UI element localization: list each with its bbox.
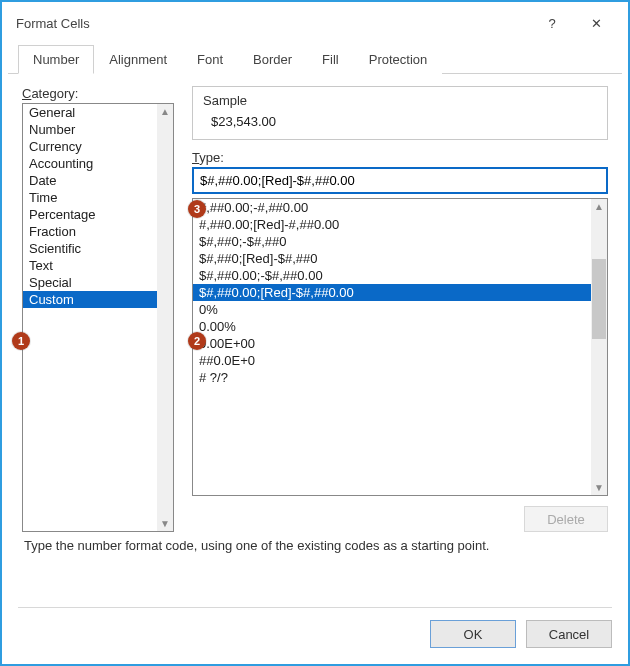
dialog-title: Format Cells <box>16 16 530 31</box>
dialog-footer: OK Cancel <box>18 607 612 648</box>
delete-button[interactable]: Delete <box>524 506 608 532</box>
tab-border[interactable]: Border <box>238 45 307 74</box>
help-button[interactable]: ? <box>530 8 574 38</box>
tab-alignment[interactable]: Alignment <box>94 45 182 74</box>
delete-row: Delete <box>192 506 608 532</box>
category-item-date[interactable]: Date <box>23 172 157 189</box>
type-option[interactable]: $#,##0;-$#,##0 <box>193 233 591 250</box>
type-option[interactable]: $#,##0.00;-$#,##0.00 <box>193 267 591 284</box>
tab-number[interactable]: Number <box>18 45 94 74</box>
category-item-time[interactable]: Time <box>23 189 157 206</box>
type-option-selected[interactable]: $#,##0.00;[Red]-$#,##0.00 <box>193 284 591 301</box>
scroll-down-icon: ▼ <box>594 482 604 493</box>
type-option[interactable]: ##0.0E+0 <box>193 352 591 369</box>
scroll-thumb[interactable] <box>592 259 606 339</box>
titlebar: Format Cells ? ✕ <box>8 8 622 38</box>
category-item-percentage[interactable]: Percentage <box>23 206 157 223</box>
scroll-up-icon: ▲ <box>594 201 604 212</box>
dialog-body: Category: General Number Currency Accoun… <box>8 74 622 532</box>
callout-2: 2 <box>188 332 206 350</box>
type-scrollbar[interactable]: ▲ ▼ <box>591 199 607 495</box>
type-option[interactable]: # ?/? <box>193 369 591 386</box>
type-option[interactable]: 0.00E+00 <box>193 335 591 352</box>
type-option[interactable]: #,##0.00;[Red]-#,##0.00 <box>193 216 591 233</box>
category-item-special[interactable]: Special <box>23 274 157 291</box>
callout-1: 1 <box>12 332 30 350</box>
callout-3: 3 <box>188 200 206 218</box>
type-option[interactable]: $#,##0;[Red]-$#,##0 <box>193 250 591 267</box>
type-option[interactable]: 0% <box>193 301 591 318</box>
sample-box: Sample $23,543.00 <box>192 86 608 140</box>
category-listbox[interactable]: General Number Currency Accounting Date … <box>22 103 174 532</box>
hint-text: Type the number format code, using one o… <box>8 532 622 553</box>
type-list-inner: #,##0.00;-#,##0.00 #,##0.00;[Red]-#,##0.… <box>193 199 591 495</box>
help-icon: ? <box>548 16 555 31</box>
category-item-fraction[interactable]: Fraction <box>23 223 157 240</box>
cancel-button[interactable]: Cancel <box>526 620 612 648</box>
sample-value: $23,543.00 <box>203 114 597 129</box>
type-input[interactable] <box>192 167 608 194</box>
category-column: Category: General Number Currency Accoun… <box>22 86 174 532</box>
sample-label: Sample <box>203 93 597 108</box>
category-label: Category: <box>22 86 174 101</box>
type-listbox[interactable]: #,##0.00;-#,##0.00 #,##0.00;[Red]-#,##0.… <box>192 198 608 496</box>
tab-fill[interactable]: Fill <box>307 45 354 74</box>
category-item-currency[interactable]: Currency <box>23 138 157 155</box>
type-option[interactable]: #,##0.00;-#,##0.00 <box>193 199 591 216</box>
ok-button[interactable]: OK <box>430 620 516 648</box>
category-item-custom[interactable]: Custom <box>23 291 157 308</box>
tab-strip: Number Alignment Font Border Fill Protec… <box>8 44 622 74</box>
format-cells-dialog: Format Cells ? ✕ Number Alignment Font B… <box>8 8 622 658</box>
scroll-up-icon: ▲ <box>160 106 170 117</box>
tab-font[interactable]: Font <box>182 45 238 74</box>
category-item-accounting[interactable]: Accounting <box>23 155 157 172</box>
close-button[interactable]: ✕ <box>574 8 618 38</box>
type-label: Type: <box>192 150 608 165</box>
category-item-number[interactable]: Number <box>23 121 157 138</box>
category-item-scientific[interactable]: Scientific <box>23 240 157 257</box>
category-list-inner: General Number Currency Accounting Date … <box>23 104 157 531</box>
close-icon: ✕ <box>591 16 602 31</box>
outer-border: Format Cells ? ✕ Number Alignment Font B… <box>0 0 630 666</box>
type-option[interactable]: 0.00% <box>193 318 591 335</box>
category-item-text[interactable]: Text <box>23 257 157 274</box>
category-item-general[interactable]: General <box>23 104 157 121</box>
details-column: Sample $23,543.00 Type: #,##0.00;-#,##0.… <box>192 86 608 532</box>
category-scrollbar[interactable]: ▲ ▼ <box>157 104 173 531</box>
scroll-down-icon: ▼ <box>160 518 170 529</box>
tab-protection[interactable]: Protection <box>354 45 443 74</box>
